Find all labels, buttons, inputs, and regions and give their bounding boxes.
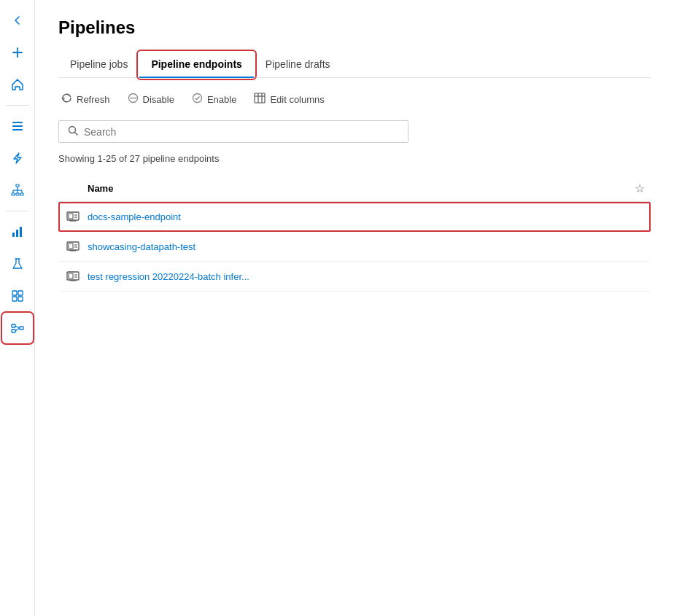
tab-pipeline-endpoints[interactable]: Pipeline endpoints: [139, 52, 253, 77]
disable-button[interactable]: Disable: [125, 90, 177, 109]
svg-rect-42: [69, 243, 73, 249]
sidebar-item-lab[interactable]: [3, 249, 32, 278]
svg-rect-37: [69, 214, 73, 219]
svg-rect-24: [20, 327, 23, 330]
svg-rect-8: [20, 193, 23, 195]
svg-line-25: [15, 326, 20, 328]
sidebar-item-chart[interactable]: [3, 217, 32, 246]
page-title: Pipelines: [58, 17, 651, 38]
disable-icon: [128, 93, 139, 106]
sidebar-divider-1: [6, 105, 29, 106]
table-row[interactable]: test regression 20220224-batch infer...: [58, 262, 651, 292]
svg-rect-30: [255, 93, 265, 103]
svg-rect-15: [16, 230, 18, 237]
svg-rect-3: [12, 125, 23, 127]
tab-pipeline-drafts[interactable]: Pipeline drafts: [254, 52, 342, 77]
svg-rect-5: [16, 184, 19, 187]
edit-columns-icon: [254, 93, 266, 106]
sidebar-item-lightning[interactable]: [3, 144, 32, 173]
tab-pipeline-jobs[interactable]: Pipeline jobs: [58, 52, 139, 77]
search-input[interactable]: [84, 126, 399, 138]
svg-rect-16: [20, 227, 22, 237]
endpoint-icon: [58, 241, 88, 252]
svg-rect-19: [18, 291, 23, 295]
sidebar-item-add[interactable]: [3, 38, 32, 67]
sidebar-item-hierarchy[interactable]: [3, 176, 32, 205]
refresh-label: Refresh: [77, 94, 110, 105]
sidebar: [0, 0, 35, 616]
svg-rect-47: [69, 273, 73, 278]
sidebar-item-back[interactable]: [3, 6, 32, 35]
search-box[interactable]: [58, 120, 408, 143]
table-row[interactable]: docs-sample-endpoint: [58, 202, 651, 232]
edit-columns-label: Edit columns: [270, 94, 324, 105]
svg-rect-20: [12, 297, 17, 301]
edit-columns-button[interactable]: Edit columns: [251, 90, 327, 109]
table-header: Name ☆: [58, 176, 651, 202]
svg-rect-6: [12, 193, 15, 195]
svg-line-35: [75, 133, 78, 136]
search-icon: [68, 125, 78, 138]
sidebar-item-home[interactable]: [3, 70, 32, 99]
main-content: Pipelines Pipeline jobs Pipeline endpoin…: [35, 0, 674, 616]
sidebar-item-list[interactable]: [3, 112, 32, 141]
enable-icon: [192, 93, 203, 106]
svg-rect-2: [12, 122, 23, 123]
row-name[interactable]: docs-sample-endpoint: [88, 211, 651, 222]
svg-rect-23: [12, 330, 15, 332]
row-name[interactable]: showcasing-datapath-test: [88, 241, 651, 252]
refresh-icon: [61, 93, 72, 106]
sidebar-divider-2: [6, 211, 29, 211]
tabs-bar: Pipeline jobs Pipeline endpoints Pipelin…: [58, 52, 651, 78]
svg-rect-21: [18, 297, 23, 301]
favorite-column-header[interactable]: ☆: [635, 182, 651, 195]
count-text: Showing 1-25 of 27 pipeline endpoints: [58, 153, 651, 164]
sidebar-item-pipeline[interactable]: [3, 313, 32, 343]
svg-point-29: [193, 94, 201, 103]
svg-rect-18: [12, 291, 17, 295]
svg-rect-22: [12, 324, 15, 327]
svg-rect-4: [12, 129, 23, 130]
column-name-header: Name: [58, 183, 635, 194]
endpoint-icon: [58, 270, 88, 282]
svg-rect-7: [16, 193, 19, 195]
refresh-button[interactable]: Refresh: [58, 90, 113, 109]
svg-line-26: [15, 328, 20, 331]
toolbar: Refresh Disable Enable Edit: [58, 90, 651, 109]
sidebar-item-dashboard[interactable]: [3, 281, 32, 311]
row-name[interactable]: test regression 20220224-batch infer...: [88, 271, 651, 282]
enable-button[interactable]: Enable: [189, 90, 239, 109]
endpoint-icon: [58, 211, 88, 222]
disable-label: Disable: [143, 94, 174, 105]
table-row[interactable]: showcasing-datapath-test: [58, 232, 651, 262]
enable-label: Enable: [207, 94, 236, 105]
svg-rect-14: [12, 233, 15, 237]
